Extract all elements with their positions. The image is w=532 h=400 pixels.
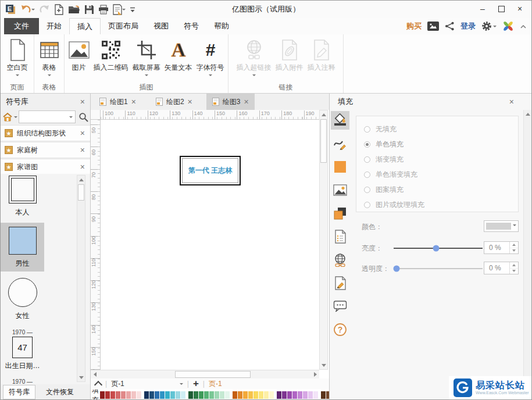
print-button[interactable] xyxy=(98,3,109,16)
collapse-ribbon-icon[interactable] xyxy=(520,24,527,29)
palette-swatch[interactable] xyxy=(209,391,214,399)
palette-swatch[interactable] xyxy=(165,391,170,399)
shape-item-self[interactable]: 本人 xyxy=(1,176,44,217)
palette-swatch[interactable] xyxy=(282,391,287,399)
palette-swatch[interactable] xyxy=(144,391,149,399)
save-button[interactable] xyxy=(84,3,95,16)
close-icon[interactable]: × xyxy=(244,98,248,106)
ribbon-button-picture[interactable]: 图片 xyxy=(67,36,91,73)
palette-swatch[interactable] xyxy=(292,391,297,399)
open-file-button[interactable] xyxy=(67,3,81,16)
search-input[interactable] xyxy=(19,110,76,123)
library-row-组织结构图形状[interactable]: ★组织结构图形状× xyxy=(1,125,90,141)
menu-tab-视图[interactable]: 视图 xyxy=(146,18,176,34)
shape-item-male[interactable]: 男性 xyxy=(1,223,44,272)
fill-option-单色填充[interactable]: 单色填充 xyxy=(364,137,518,152)
document-tab-绘图1[interactable]: 绘图1× xyxy=(94,94,142,110)
palette-swatch[interactable] xyxy=(233,391,237,399)
scroll-up-arrow[interactable] xyxy=(77,176,85,184)
scrollbar-thumb[interactable] xyxy=(320,119,327,163)
add-page-button[interactable]: + xyxy=(193,380,199,388)
panel-scrollbar[interactable] xyxy=(523,110,531,399)
drawing-canvas[interactable]: 第一代 王志林 xyxy=(101,120,319,370)
scroll-down-arrow[interactable] xyxy=(77,373,85,381)
palette-swatch[interactable] xyxy=(277,391,281,399)
vertical-scrollbar[interactable] xyxy=(319,110,328,370)
color-swatch-dropdown[interactable] xyxy=(484,220,519,232)
minimize-button[interactable]: – xyxy=(473,2,492,16)
close-icon[interactable]: × xyxy=(80,163,85,171)
scrollbar-thumb[interactable] xyxy=(78,184,84,201)
page-menu[interactable]: 页-1 xyxy=(111,379,124,389)
fill-option-图案填充[interactable]: 图案填充 xyxy=(364,182,518,197)
fill-option-无填充[interactable]: 无填充 xyxy=(364,122,518,137)
menu-tab-符号[interactable]: 符号 xyxy=(176,18,206,34)
close-button[interactable]: × xyxy=(510,2,529,16)
spinner-buttons[interactable] xyxy=(509,262,518,274)
palette-swatch[interactable] xyxy=(194,391,198,399)
palette-swatch[interactable] xyxy=(220,391,224,399)
expand-pages-icon[interactable] xyxy=(94,380,102,388)
scroll-down-arrow[interactable] xyxy=(320,361,327,369)
palette-swatch[interactable] xyxy=(155,391,159,399)
tab-file-recovery[interactable]: 文件恢复 xyxy=(41,385,79,399)
fill-option-渐变填充[interactable]: 渐变填充 xyxy=(364,152,518,167)
palette-swatch[interactable] xyxy=(215,391,219,399)
palette-swatch[interactable] xyxy=(204,391,209,399)
menu-tab-页面布局[interactable]: 页面布局 xyxy=(101,18,146,34)
palette-swatch[interactable] xyxy=(170,391,175,399)
search-icon[interactable] xyxy=(78,112,88,122)
app-pinwheel-icon[interactable] xyxy=(502,20,514,32)
radio-icon[interactable] xyxy=(364,202,370,208)
fill-option-图片或纹理填充[interactable]: 图片或纹理填充 xyxy=(364,197,518,212)
scrollbar-thumb[interactable] xyxy=(175,371,251,378)
export-image-icon[interactable] xyxy=(427,22,439,31)
palette-swatch[interactable] xyxy=(264,391,269,399)
close-icon[interactable]: × xyxy=(509,98,514,106)
palette-swatch[interactable] xyxy=(176,391,180,399)
buy-button[interactable]: 购买 xyxy=(406,21,422,31)
palette-swatch[interactable] xyxy=(269,391,274,399)
palette-swatch[interactable] xyxy=(253,391,258,399)
ribbon-button-qr-code[interactable]: 插入二维码 xyxy=(92,36,130,73)
doc-pencil-icon[interactable] xyxy=(331,274,349,292)
palette-swatch[interactable] xyxy=(248,391,253,399)
menu-tab-插入[interactable]: 插入 xyxy=(69,18,101,34)
new-file-button[interactable] xyxy=(53,3,65,16)
palette-swatch[interactable] xyxy=(137,391,141,399)
fill-bucket-icon[interactable] xyxy=(331,111,349,130)
ribbon-button-blank-page[interactable]: 空白页 xyxy=(5,36,30,78)
close-icon[interactable]: × xyxy=(188,98,192,106)
palette-swatch[interactable] xyxy=(199,391,203,399)
brightness-slider[interactable] xyxy=(394,248,483,249)
menu-tab-开始[interactable]: 开始 xyxy=(39,18,69,34)
palette-swatch[interactable] xyxy=(313,391,318,399)
slider-handle[interactable] xyxy=(433,245,440,252)
shadow-icon[interactable] xyxy=(331,204,349,223)
radio-icon[interactable] xyxy=(364,187,370,193)
menu-tab-文件[interactable]: 文件 xyxy=(4,18,39,34)
brightness-value[interactable]: 0 % xyxy=(484,241,519,254)
palette-swatch[interactable] xyxy=(116,391,120,399)
library-row-家谱图[interactable]: ★家谱图× xyxy=(1,159,90,175)
help-icon[interactable]: ? xyxy=(331,320,349,339)
shape-item-birthdate[interactable]: 1970 — 47 出生日期… xyxy=(1,329,44,371)
note-list-icon[interactable] xyxy=(331,227,349,246)
radio-icon[interactable] xyxy=(364,126,370,133)
document-tab-绘图3[interactable]: 绘图3× xyxy=(206,94,255,110)
ribbon-button-vector-text[interactable]: A矢量文本 xyxy=(163,36,194,73)
scroll-right-arrow[interactable] xyxy=(311,370,319,378)
palette-swatch[interactable] xyxy=(105,391,110,399)
palette-swatch[interactable] xyxy=(160,391,165,399)
palette-swatch[interactable] xyxy=(238,391,242,399)
settings-button[interactable] xyxy=(481,21,497,31)
opacity-slider[interactable] xyxy=(394,268,483,269)
palette-swatch[interactable] xyxy=(303,391,308,399)
line-style-icon[interactable] xyxy=(331,134,349,153)
app-logo-icon[interactable]: E xyxy=(4,3,17,16)
palette-swatch[interactable] xyxy=(126,391,131,399)
document-tab-绘图2[interactable]: 绘图2× xyxy=(150,94,198,110)
globe-link-icon[interactable] xyxy=(331,251,349,269)
redo-button[interactable] xyxy=(38,3,51,16)
opacity-value[interactable]: 0 % xyxy=(484,262,519,274)
